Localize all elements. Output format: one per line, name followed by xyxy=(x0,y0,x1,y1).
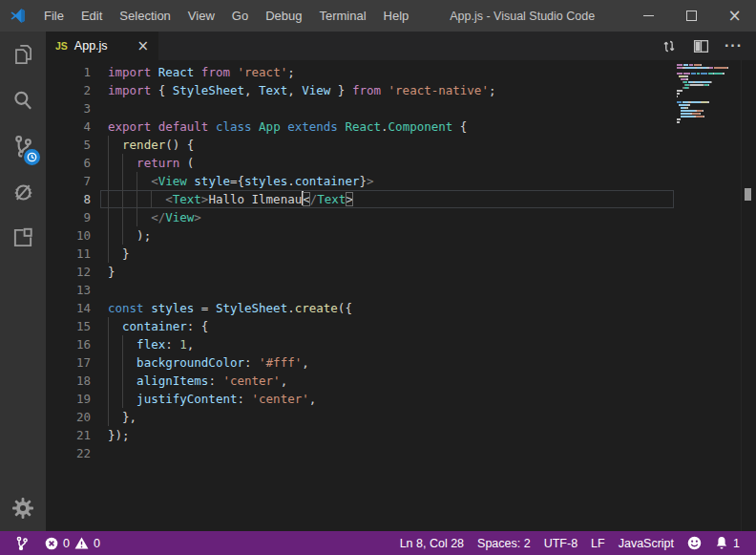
code-text: render() { xyxy=(108,136,194,154)
activity-source-control[interactable] xyxy=(0,123,46,169)
code-token xyxy=(108,210,151,224)
code-token: styles xyxy=(244,174,287,188)
minimap-token xyxy=(690,84,703,86)
activity-explorer[interactable] xyxy=(0,32,46,77)
minimap-token xyxy=(681,110,695,112)
code-token: , xyxy=(287,83,302,97)
editor-area: 1import React from 'react';2import { Sty… xyxy=(46,60,756,531)
status-problems[interactable]: 0 0 xyxy=(38,531,107,555)
code-line[interactable]: 6 return ( xyxy=(46,154,674,172)
menu-help[interactable]: Help xyxy=(375,0,418,32)
code-line[interactable]: 13 xyxy=(46,281,674,299)
indent-guide xyxy=(122,226,123,245)
tab-appjs[interactable]: JS App.js × xyxy=(46,32,158,60)
status-notifications[interactable]: 1 xyxy=(708,531,746,555)
code-line[interactable]: 10 ); xyxy=(46,226,674,245)
indent-guide xyxy=(136,190,137,208)
code-line[interactable]: 12} xyxy=(46,263,674,281)
sync-changes-icon[interactable] xyxy=(662,38,678,54)
code-text: }); xyxy=(108,426,130,444)
code-token: 'react-native' xyxy=(388,83,489,97)
code-line[interactable]: 11 } xyxy=(46,245,674,263)
status-eol[interactable]: LF xyxy=(584,531,612,555)
code-line[interactable]: 4export default class App extends React.… xyxy=(46,117,674,136)
code-editor[interactable]: 1import React from 'react';2import { Sty… xyxy=(46,60,674,531)
status-encoding[interactable]: UTF-8 xyxy=(537,531,584,555)
line-number: 20 xyxy=(46,408,108,426)
minimize-button[interactable] xyxy=(627,0,670,32)
code-line[interactable]: 17 backgroundColor: '#fff', xyxy=(46,353,674,372)
code-line[interactable]: 9 </View> xyxy=(46,208,674,226)
indent-guide xyxy=(122,390,123,408)
activity-debug[interactable] xyxy=(0,169,46,215)
line-number: 3 xyxy=(46,99,108,117)
menu-terminal[interactable]: Terminal xyxy=(310,0,374,32)
code-token: 'react' xyxy=(238,65,288,79)
code-line[interactable]: 20 }, xyxy=(46,408,674,426)
code-text: </View> xyxy=(108,208,201,226)
code-line[interactable]: 15 container: { xyxy=(46,317,674,335)
minimap-token xyxy=(686,78,688,80)
minimap-token xyxy=(701,64,702,66)
activity-extensions[interactable] xyxy=(0,215,46,261)
menu-edit[interactable]: Edit xyxy=(73,0,111,32)
status-bar: 0 0 Ln 8, Col 28 Spaces: 2 UTF-8 LF Java… xyxy=(0,531,756,555)
maximize-button[interactable] xyxy=(670,0,713,32)
code-token: extends xyxy=(287,119,338,134)
code-token: const xyxy=(108,301,144,315)
code-line[interactable]: 3 xyxy=(46,99,674,117)
menu-view[interactable]: View xyxy=(179,0,223,32)
code-token: . xyxy=(287,301,295,315)
minimap-token xyxy=(701,73,707,75)
minimap-token xyxy=(703,110,704,112)
code-line[interactable]: 8 <Text>Hallo Ilmenau</Text> xyxy=(46,190,674,208)
code-line[interactable]: 22 xyxy=(46,444,674,462)
code-line[interactable]: 21}); xyxy=(46,426,674,444)
minimize-icon xyxy=(643,15,654,16)
code-line[interactable]: 1import React from 'react'; xyxy=(46,63,674,81)
line-number: 7 xyxy=(46,172,108,190)
split-editor-icon[interactable] xyxy=(693,39,709,53)
code-line[interactable]: 19 justifyContent: 'center', xyxy=(46,390,674,408)
status-indentation[interactable]: Spaces: 2 xyxy=(471,531,537,555)
status-language[interactable]: JavaScript xyxy=(612,531,681,555)
language-text: JavaScript xyxy=(619,537,674,550)
activity-settings[interactable] xyxy=(0,485,46,531)
minimap[interactable] xyxy=(674,60,741,531)
menu-selection[interactable]: Selection xyxy=(111,0,178,32)
close-button[interactable]: × xyxy=(713,0,756,32)
code-token: React xyxy=(345,119,381,134)
code-token: '#fff' xyxy=(259,355,302,370)
line-number: 6 xyxy=(46,154,108,172)
javascript-file-icon: JS xyxy=(55,40,68,52)
activity-search[interactable] xyxy=(0,77,46,123)
code-token: Text xyxy=(317,192,346,206)
more-actions-icon[interactable]: ··· xyxy=(724,41,743,51)
code-token xyxy=(108,319,122,333)
indent-guide xyxy=(136,208,137,226)
maximize-icon xyxy=(686,11,697,21)
status-feedback[interactable] xyxy=(681,531,708,555)
menu-go[interactable]: Go xyxy=(223,0,257,32)
menu-debug[interactable]: Debug xyxy=(257,0,310,32)
minimap-token xyxy=(723,73,724,75)
code-line[interactable]: 16 flex: 1, xyxy=(46,335,674,353)
status-source-control[interactable] xyxy=(10,531,34,555)
code-line[interactable]: 2import { StyleSheet, Text, View } from … xyxy=(46,81,674,99)
settings-gear-icon xyxy=(11,497,34,520)
line-number: 19 xyxy=(46,390,108,408)
search-icon xyxy=(10,88,35,113)
overview-ruler[interactable] xyxy=(741,60,756,531)
code-line[interactable]: 18 alignItems: 'center', xyxy=(46,372,674,390)
minimap-token xyxy=(691,101,701,103)
tab-close-icon[interactable]: × xyxy=(136,39,149,53)
code-line[interactable]: 5 render() { xyxy=(46,136,674,154)
status-cursor-position[interactable]: Ln 8, Col 28 xyxy=(393,531,471,555)
line-number: 22 xyxy=(46,444,108,462)
menu-file[interactable]: File xyxy=(35,0,73,32)
code-line[interactable]: 7 <View style={styles.container}> xyxy=(46,172,674,190)
code-token: } xyxy=(359,174,367,188)
code-text: }, xyxy=(108,408,136,426)
close-icon: × xyxy=(727,8,741,24)
code-line[interactable]: 14const styles = StyleSheet.create({ xyxy=(46,299,674,317)
